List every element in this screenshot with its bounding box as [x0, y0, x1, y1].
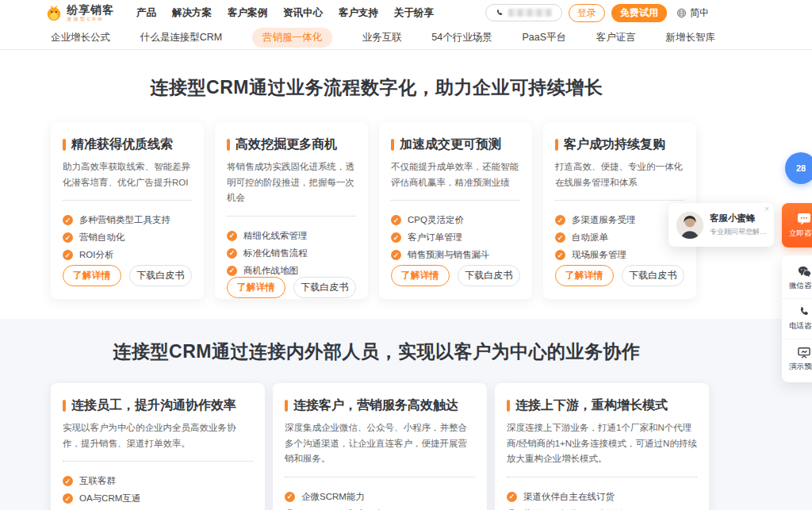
download-whitepaper-button[interactable]: 下载白皮书 [129, 265, 192, 286]
section-digitalization: 连接型CRM通过业务流程数字化，助力企业可持续增长 精准获得优质线索 助力高效率… [0, 50, 812, 319]
learn-more-button[interactable]: 了解详情 [63, 265, 121, 286]
free-trial-button[interactable]: 免费试用 [611, 4, 667, 22]
feature-label: 营销自动化 [79, 232, 125, 243]
subnav-what-is-crm[interactable]: 什么是连接型CRM [140, 31, 222, 44]
feature-item: ✓标准化销售流程 [227, 247, 356, 259]
section2-heading: 连接型CRM通过连接内外部人员，实现以客户为中心的业务协作 [51, 339, 703, 364]
card-title: 连接客户，营销服务高效触达 [293, 397, 458, 414]
subnav-testimonials[interactable]: 客户证言 [596, 31, 636, 44]
card-connect-customers: 连接客户，营销服务高效触达 深度集成企业微信、公众号、小程序，并整合多个沟通渠道… [273, 383, 487, 510]
dotted-divider [391, 200, 520, 201]
learn-more-button[interactable]: 了解详情 [227, 277, 285, 298]
dotted-divider [63, 200, 192, 201]
subnav-marketing-sales-service[interactable]: 营销服一体化 [252, 28, 332, 48]
nav-item-resources[interactable]: 资讯中心 [283, 6, 323, 20]
consult-now-label: 立即咨询 [789, 228, 812, 239]
title-bar-accent [555, 139, 558, 151]
phone-icon [799, 306, 810, 318]
card-opportunities: 高效挖掘更多商机 将销售成功实践固化进系统，透明可控的阶段推进，把握每一次机会 … [215, 122, 368, 299]
check-icon: ✓ [555, 215, 565, 225]
rail-item-label: 微信咨询 [789, 281, 812, 291]
chat-agent-subtitle: 专业顾问帮您解答问题... [710, 227, 768, 237]
login-button[interactable]: 登录 [569, 4, 605, 22]
wechat-icon [798, 266, 811, 278]
phone-pill[interactable] [485, 4, 562, 21]
section1-heading: 连接型CRM通过业务流程数字化，助力企业可持续增长 [51, 75, 703, 100]
feature-item: ✓商机作战地图 [227, 265, 356, 277]
globe-icon [676, 8, 687, 18]
feature-label: 客户订单管理 [408, 232, 462, 243]
learn-more-button[interactable]: 了解详情 [555, 265, 614, 286]
nav-item-about[interactable]: 关于纷享 [394, 6, 434, 20]
nav-item-solutions[interactable]: 解决方案 [172, 6, 212, 20]
card-desc: 不仅能提升成单效率，还能智能评估商机赢率，精准预测业绩 [391, 159, 520, 190]
check-icon: ✓ [63, 215, 73, 225]
feature-item: ✓多种营销类型工具支持 [63, 214, 192, 226]
card-title: 连接员工，提升沟通协作效率 [71, 397, 236, 414]
feature-item: ✓ROI分析 [63, 249, 192, 261]
chat-popup[interactable]: 客服小蜜蜂 专业顾问帮您解答问题... × [668, 203, 774, 247]
card-desc: 实现以客户为中心的企业内全员高效业务协作，提升销售、渠道打单效率。 [63, 420, 253, 451]
feature-item: ✓营销自动化 [63, 232, 192, 243]
rail-item-label: 演示预约 [789, 362, 812, 372]
check-icon: ✓ [507, 492, 517, 502]
brand-name: 纷享销客 [67, 4, 114, 15]
card-title: 客户成功持续复购 [564, 136, 665, 153]
consult-now-button[interactable]: 立即咨询 [782, 203, 812, 247]
notification-badge[interactable]: 28 [785, 152, 812, 184]
feature-label: 标准化销售流程 [243, 247, 308, 259]
download-whitepaper-button[interactable]: 下载白皮书 [622, 265, 684, 286]
brand-subtitle: 连接型CRM [67, 17, 114, 21]
feature-label: ROI分析 [79, 249, 113, 261]
phone-number-redacted [508, 9, 552, 17]
chat-agent-name: 客服小蜜蜂 [710, 213, 768, 224]
learn-more-button[interactable]: 了解详情 [391, 265, 450, 286]
top-bar: 纷享销客 连接型CRM 产品 解决方案 客户案例 资讯中心 客户支持 关于纷享 … [0, 0, 812, 25]
card-desc: 将销售成功实践固化进系统，透明可控的阶段推进，把握每一次机会 [227, 159, 356, 206]
card-desc: 助力高效率获取线索、智能差异化潜客培育、优化广告提升ROI [63, 159, 192, 190]
dotted-divider [285, 477, 475, 477]
rail-item-label: 电话咨询 [789, 321, 812, 332]
feature-label: 企微SCRM能力 [301, 491, 365, 503]
feature-item: ✓互联客群 [63, 475, 253, 487]
wechat-consult-item[interactable]: 微信咨询 [782, 259, 812, 298]
subnav-business-connect[interactable]: 业务互联 [362, 31, 402, 44]
feature-label: OA与CRM互通 [79, 493, 140, 504]
demo-booking-item[interactable]: 演示预约 [782, 339, 812, 379]
brand-logo[interactable]: 纷享销客 连接型CRM [45, 4, 114, 21]
subnav-paas-platform[interactable]: PaaS平台 [522, 31, 566, 44]
phone-consult-item[interactable]: 电话咨询 [782, 298, 812, 339]
close-icon[interactable]: × [764, 205, 769, 213]
secondary-nav: 企业增长公式 什么是连接型CRM 营销服一体化 业务互联 54个行业场景 Paa… [0, 25, 812, 50]
feature-label: 现场服务管理 [572, 249, 626, 261]
nav-item-cases[interactable]: 客户案例 [228, 6, 267, 20]
card-connect-employees: 连接员工，提升沟通协作效率 实现以客户为中心的企业内全员高效业务协作，提升销售、… [51, 383, 265, 510]
nav-item-products[interactable]: 产品 [136, 6, 156, 20]
check-icon: ✓ [227, 231, 237, 241]
subnav-growth-library[interactable]: 新增长智库 [666, 31, 716, 44]
check-icon: ✓ [555, 232, 565, 243]
title-bar-accent [63, 139, 66, 151]
feature-item: ✓CPQ灵活定价 [391, 214, 520, 226]
card-desc: 打造高效、便捷、专业的一体化在线服务管理和体系 [555, 159, 684, 190]
chat-bubble-icon [797, 213, 811, 225]
feature-item: ✓销售预测与销售漏斗 [391, 249, 520, 261]
title-bar-accent [227, 139, 230, 151]
language-switcher[interactable]: 简中 [676, 6, 709, 20]
card-title: 高效挖掘更多商机 [236, 136, 337, 153]
nav-item-support[interactable]: 客户支持 [339, 6, 378, 20]
subnav-growth-formula[interactable]: 企业增长公式 [51, 31, 110, 44]
feature-label: 渠道伙伴自主在线订货 [523, 491, 615, 503]
presentation-icon [798, 347, 810, 359]
card-title: 加速成交更可预测 [400, 136, 501, 153]
feature-item: ✓多渠道服务受理 [555, 214, 684, 226]
download-whitepaper-button[interactable]: 下载白皮书 [293, 277, 356, 298]
card-deals: 加速成交更可预测 不仅能提升成单效率，还能智能评估商机赢率，精准预测业绩 ✓CP… [379, 122, 532, 299]
check-icon: ✓ [555, 250, 565, 260]
card-leads: 精准获得优质线索 助力高效率获取线索、智能差异化潜客培育、优化广告提升ROI ✓… [51, 122, 204, 299]
subnav-industry-scenarios[interactable]: 54个行业场景 [431, 31, 492, 44]
download-whitepaper-button[interactable]: 下载白皮书 [458, 265, 520, 286]
feature-label: CPQ灵活定价 [408, 214, 464, 226]
title-bar-accent [63, 400, 66, 412]
check-icon: ✓ [391, 232, 401, 243]
